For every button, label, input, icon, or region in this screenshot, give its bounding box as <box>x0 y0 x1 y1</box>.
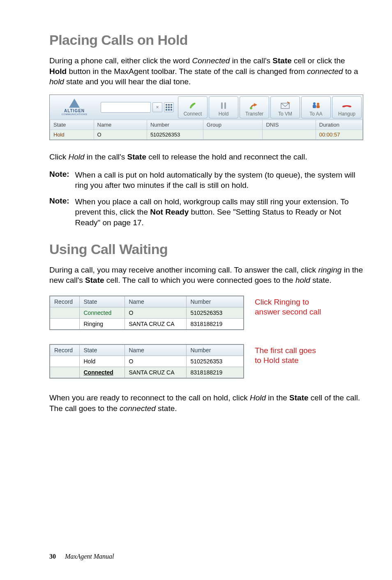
col-state[interactable]: State <box>79 344 125 356</box>
table-row[interactable]: Connected SANTA CRUZ CA 8318188219 <box>50 367 244 379</box>
connect-button[interactable]: Connect <box>178 96 208 118</box>
col-state[interactable]: State <box>50 120 94 129</box>
t: connected <box>120 404 156 413</box>
cell-state[interactable]: Hold <box>79 356 125 367</box>
t: hold <box>295 276 310 284</box>
col-name[interactable]: Name <box>125 344 186 356</box>
envelope-icon <box>280 100 291 111</box>
svg-point-2 <box>250 107 252 109</box>
cell-duration: 00:00:57 <box>316 129 362 139</box>
note-1: Note: When a call is put on hold automat… <box>49 170 363 191</box>
t: cell to release the hold and reconnect t… <box>146 153 307 161</box>
figure-hold: Record State Name Number Hold O 51025263… <box>49 344 363 379</box>
note-text: When a call is put on hold automatically… <box>75 170 363 191</box>
grid-header: State Name Number Group DNIS Duration <box>50 120 363 129</box>
t: State <box>289 393 308 402</box>
t: During a phone call, either click the wo… <box>49 56 192 65</box>
t: state and you will hear the dial tone. <box>64 77 191 86</box>
cell-number: 5102526353 <box>147 129 203 139</box>
logo-subtext: COMMUNICATIONS <box>62 113 88 116</box>
hangup-button[interactable]: Hangup <box>332 96 362 118</box>
t: to a <box>343 67 358 76</box>
heading-placing-calls: Placing Calls on Hold <box>49 32 363 48</box>
figure-ringing: Record State Name Number Connected O 510… <box>49 296 363 330</box>
dialpad-button[interactable] <box>164 102 174 112</box>
cell-record <box>50 367 79 379</box>
para-1: During a phone call, either click the wo… <box>49 55 363 87</box>
t: cell or click the <box>292 56 345 65</box>
t: During a call, you may receive another i… <box>49 266 318 274</box>
col-number[interactable]: Number <box>147 120 203 129</box>
toolbar-buttons: Connect Hold Transfer To VM <box>175 95 363 120</box>
col-dnis[interactable]: DNIS <box>263 120 316 129</box>
col-record[interactable]: Record <box>50 344 79 356</box>
calls-grid: State Name Number Group DNIS Duration Ho… <box>50 120 363 140</box>
calls-mini-table-2: Record State Name Number Hold O 51025263… <box>49 344 244 379</box>
calls-mini-table-1: Record State Name Number Connected O 510… <box>49 296 244 330</box>
clear-button[interactable]: × <box>152 102 162 112</box>
col-name[interactable]: Name <box>125 296 186 307</box>
pause-icon <box>219 100 228 111</box>
footer-title: MaxAgent Manual <box>65 553 114 560</box>
annotation-click-ringing: Click Ringing to answer second call <box>255 297 325 317</box>
note-text: When you place a call on hold, workgroup… <box>75 196 363 228</box>
svg-point-6 <box>317 103 319 105</box>
t: ringing <box>318 266 341 274</box>
col-state[interactable]: State <box>79 296 125 307</box>
t: in the <box>266 393 289 402</box>
to-aa-button[interactable]: To AA <box>301 96 331 118</box>
table-row[interactable]: Hold O 5102526353 <box>50 356 244 367</box>
cell-number: 5102526353 <box>186 307 244 319</box>
t: Hold <box>68 153 84 161</box>
cell-name: SANTA CRUZ CA <box>125 367 186 379</box>
t: connected <box>307 67 343 76</box>
table-row[interactable]: Connected O 5102526353 <box>50 307 244 319</box>
hold-button[interactable]: Hold <box>209 96 238 118</box>
transfer-button[interactable]: Transfer <box>240 96 269 118</box>
t: state. <box>156 404 177 413</box>
cell-number: 5102526353 <box>186 356 244 367</box>
note-2: Note: When you place a call on hold, wor… <box>49 196 363 228</box>
cell-name: O <box>125 356 186 367</box>
dialpad-icon <box>166 104 172 111</box>
col-number[interactable]: Number <box>186 296 244 307</box>
handset-icon <box>188 100 198 111</box>
cell-number: 8318188219 <box>186 319 244 330</box>
note-label: Note: <box>49 170 69 191</box>
t: Hold <box>49 67 67 76</box>
t: Hold <box>250 393 266 402</box>
cell-state[interactable]: Connected <box>79 307 125 319</box>
t: When you are ready to reconnect to the c… <box>49 393 250 402</box>
col-duration[interactable]: Duration <box>316 120 362 129</box>
btn-label: Transfer <box>245 111 263 117</box>
col-number[interactable]: Number <box>186 344 244 356</box>
cell-dnis <box>263 129 316 139</box>
transfer-icon <box>249 100 260 111</box>
para-2: Click Hold in the call's State cell to r… <box>49 152 363 162</box>
t: Connected <box>192 56 230 65</box>
cell-record <box>50 307 79 319</box>
logo-text: ALTIGEN <box>64 109 85 113</box>
col-record[interactable]: Record <box>50 296 79 307</box>
t: State <box>272 56 291 65</box>
btn-label: Connect <box>184 111 202 117</box>
t: cell. The call to which you were connect… <box>104 276 295 284</box>
svg-rect-5 <box>313 105 316 108</box>
logo-triangle-icon <box>69 99 80 108</box>
col-group[interactable]: Group <box>203 120 263 129</box>
to-vm-button[interactable]: To VM <box>270 96 300 118</box>
cell-state[interactable]: Ringing <box>79 319 125 330</box>
dial-input[interactable] <box>101 102 151 113</box>
note-label: Note: <box>49 196 69 228</box>
t: Not Ready <box>150 208 189 216</box>
cell-state[interactable]: Connected <box>79 367 125 379</box>
page-number: 30 <box>49 553 56 560</box>
cell-state[interactable]: Hold <box>50 129 94 139</box>
table-header: Record State Name Number <box>50 296 244 307</box>
table-row[interactable]: Ringing SANTA CRUZ CA 8318188219 <box>50 319 244 330</box>
cell-group <box>203 129 263 139</box>
cell-name: O <box>125 307 186 319</box>
para-4: When you are ready to reconnect to the c… <box>49 393 363 414</box>
col-name[interactable]: Name <box>94 120 147 129</box>
grid-row[interactable]: Hold O 5102526353 00:00:57 <box>50 129 363 139</box>
